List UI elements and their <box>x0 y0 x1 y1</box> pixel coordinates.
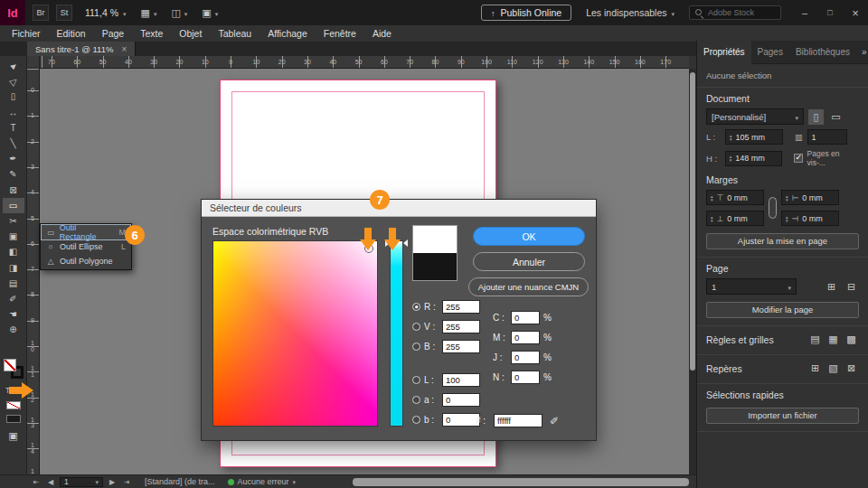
stepper-arrows-icon[interactable] <box>786 215 788 222</box>
b-lab-value-field[interactable] <box>442 413 480 427</box>
l-value-field[interactable] <box>442 373 480 387</box>
preflight-profile-menu[interactable]: [Standard] (de tra... <box>145 477 215 486</box>
n-value-field[interactable] <box>511 371 540 384</box>
zoom-level-dropdown[interactable]: 111,4 % <box>85 7 127 18</box>
vertical-scrollbar[interactable] <box>689 69 696 474</box>
adobe-stock-search[interactable] <box>689 5 781 20</box>
line-tool[interactable]: ╲ <box>3 136 24 151</box>
ruler-origin-corner[interactable] <box>27 56 40 69</box>
close-button[interactable] <box>843 0 868 25</box>
vertical-scrollbar-thumb[interactable] <box>690 72 695 371</box>
stepper-arrows-icon[interactable] <box>711 194 713 202</box>
publish-online-button[interactable]: Publish Online <box>481 5 571 21</box>
ruler-vertical[interactable]: 01234567891 01 11 21 31 41 5 <box>27 69 40 474</box>
height-stepper[interactable]: 148 mm <box>725 151 782 166</box>
stock-icon[interactable]: St <box>56 5 72 21</box>
menu-aide[interactable]: Aide <box>364 28 400 39</box>
ok-button[interactable]: OK <box>473 227 585 246</box>
previous-page-button[interactable] <box>45 478 56 486</box>
eyedropper-icon[interactable] <box>550 415 559 427</box>
ruler-icon[interactable] <box>807 332 823 347</box>
minimize-button[interactable] <box>792 0 817 25</box>
menu-tableau[interactable]: Tableau <box>210 28 259 39</box>
flyout-item-polygone[interactable]: △ Outil Polygone <box>42 254 130 268</box>
pen-tool[interactable]: ✒ <box>3 151 24 166</box>
flyout-item-ellipse[interactable]: ○ Outil Ellipse L <box>42 239 130 254</box>
menu-page[interactable]: Page <box>94 28 133 39</box>
stepper-arrows-icon[interactable] <box>786 194 788 202</box>
radio-r[interactable] <box>412 303 420 311</box>
screen-mode-button[interactable] <box>8 430 17 442</box>
lock-guides-icon[interactable] <box>844 361 859 376</box>
restore-button[interactable] <box>817 0 843 25</box>
stepper-arrows-icon[interactable] <box>730 155 732 162</box>
tab-proprietes[interactable]: Propriétés <box>697 41 751 64</box>
radio-b[interactable] <box>412 343 420 351</box>
menu-texte[interactable]: Texte <box>132 28 171 39</box>
pages-count-field[interactable] <box>807 129 847 145</box>
menu-objet[interactable]: Objet <box>171 28 210 39</box>
portrait-orientation-button[interactable] <box>808 109 824 125</box>
margin-top-stepper[interactable]: 0 mm <box>706 190 764 205</box>
facing-pages-checkbox[interactable] <box>794 154 803 163</box>
c-value-field[interactable] <box>511 311 540 324</box>
dialog-title-bar[interactable]: Sélecteur de couleurs <box>202 200 596 217</box>
workspace-switcher[interactable]: Les indispensables <box>586 7 675 18</box>
menu-fichier[interactable]: Fichier <box>4 28 49 39</box>
color-spectrum-slider[interactable] <box>390 240 403 427</box>
add-page-icon[interactable] <box>824 279 839 295</box>
stepper-arrows-icon[interactable] <box>730 134 732 141</box>
collapse-panel-icon[interactable] <box>856 47 868 57</box>
j-value-field[interactable] <box>511 351 540 364</box>
a-value-field[interactable] <box>442 393 480 407</box>
edit-page-button[interactable]: Modifier la page <box>706 302 859 318</box>
tab-pages[interactable]: Pages <box>751 41 789 64</box>
link-margins-icon[interactable] <box>769 197 777 219</box>
bridge-icon[interactable]: Br <box>33 5 49 21</box>
horizontal-scrollbar-thumb[interactable] <box>353 478 689 486</box>
document-tab[interactable]: Sans titre-1 @ 111% <box>27 42 136 56</box>
guides-icon[interactable] <box>807 361 823 376</box>
eyedropper-tool[interactable]: ✐ <box>3 291 24 306</box>
free-transform-tool[interactable]: ▣ <box>3 229 24 244</box>
rectangle-tool[interactable]: ▭ <box>3 198 24 213</box>
scissors-tool[interactable]: ✂ <box>3 213 24 229</box>
margin-outer-stepper[interactable]: 0 mm <box>781 211 839 226</box>
v-value-field[interactable] <box>442 320 480 333</box>
cancel-button[interactable]: Annuler <box>473 252 585 271</box>
b-value-field[interactable] <box>442 340 480 353</box>
screen-mode-dropdown[interactable] <box>202 7 218 19</box>
m-value-field[interactable] <box>511 331 540 344</box>
r-value-field[interactable] <box>442 300 480 314</box>
menu-affichage[interactable]: Affichage <box>259 28 316 39</box>
document-preset-dropdown[interactable]: [Personnalisé] <box>706 108 804 125</box>
smart-guides-icon[interactable] <box>826 361 841 376</box>
delete-page-icon[interactable] <box>844 279 859 295</box>
pencil-tool[interactable]: ✎ <box>3 166 24 182</box>
first-page-button[interactable] <box>31 478 42 486</box>
adjust-layout-button[interactable]: Ajuster la mise en page <box>706 233 859 249</box>
hex-value-field[interactable] <box>494 414 542 427</box>
last-page-button[interactable] <box>121 478 132 486</box>
apply-none-swatch[interactable] <box>6 401 21 409</box>
gradient-feather-tool[interactable]: ◨ <box>3 259 24 275</box>
radio-b-lab[interactable] <box>412 416 420 424</box>
margin-bottom-stepper[interactable]: 0 mm <box>706 211 764 226</box>
stepper-arrows-icon[interactable] <box>711 215 713 222</box>
landscape-orientation-button[interactable] <box>828 109 844 125</box>
add-cmjn-swatch-button[interactable]: Ajouter une nuance CMJN <box>468 277 589 296</box>
apply-color-swatch[interactable] <box>6 415 21 423</box>
flyout-item-rectangle[interactable]: ▭ Outil Rectangle M <box>42 225 130 239</box>
fill-color-swatch[interactable] <box>4 359 16 371</box>
slider-marker-icon[interactable] <box>403 239 408 247</box>
width-stepper[interactable]: 105 mm <box>725 129 783 145</box>
menu-edition[interactable]: Edition <box>49 28 94 39</box>
hand-tool[interactable]: ☚ <box>3 306 24 322</box>
current-page-dropdown[interactable]: 1 <box>706 278 797 295</box>
color-field[interactable] <box>212 240 378 427</box>
next-page-button[interactable] <box>107 478 118 486</box>
rectangle-frame-tool[interactable]: ⊠ <box>3 183 24 198</box>
view-options-dropdown[interactable] <box>141 7 157 19</box>
radio-l[interactable] <box>412 376 420 384</box>
radio-a[interactable] <box>412 396 420 404</box>
